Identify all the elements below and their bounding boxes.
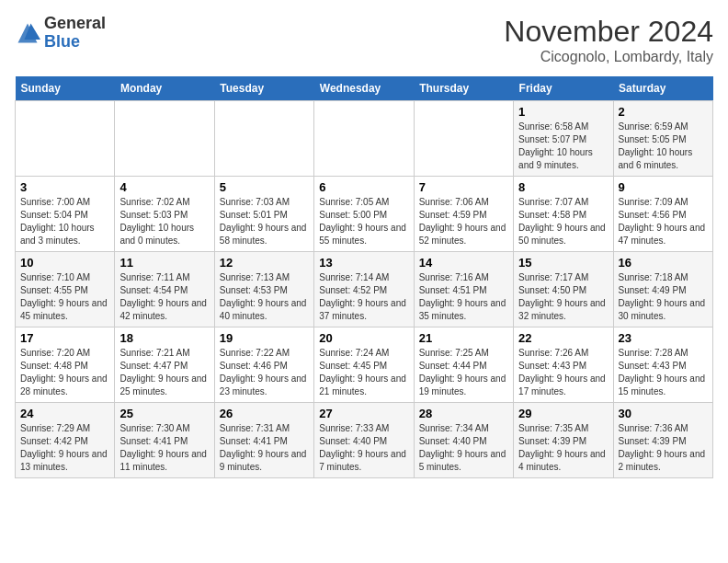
logo-blue: Blue <box>44 32 80 51</box>
weekday-header: Wednesday <box>314 76 414 101</box>
day-info: Sunrise: 7:35 AM Sunset: 4:39 PM Dayligh… <box>518 422 608 474</box>
calendar-table: SundayMondayTuesdayWednesdayThursdayFrid… <box>15 76 713 478</box>
day-number: 1 <box>518 105 608 119</box>
day-info: Sunrise: 7:30 AM Sunset: 4:41 PM Dayligh… <box>119 422 209 474</box>
day-info: Sunrise: 7:34 AM Sunset: 4:40 PM Dayligh… <box>419 422 508 474</box>
day-info: Sunrise: 7:29 AM Sunset: 4:42 PM Dayligh… <box>20 422 109 474</box>
logo-general: General <box>44 14 106 32</box>
calendar-cell: 29Sunrise: 7:35 AM Sunset: 4:39 PM Dayli… <box>514 403 613 478</box>
day-number: 30 <box>619 407 708 420</box>
day-number: 19 <box>220 331 309 345</box>
calendar-cell: 10Sunrise: 7:10 AM Sunset: 4:55 PM Dayli… <box>16 252 115 327</box>
calendar-cell: 4Sunrise: 7:02 AM Sunset: 5:03 PM Daylig… <box>115 177 214 252</box>
calendar-cell: 20Sunrise: 7:24 AM Sunset: 4:45 PM Dayli… <box>314 327 414 403</box>
calendar-cell: 8Sunrise: 7:07 AM Sunset: 4:58 PM Daylig… <box>514 177 613 252</box>
day-info: Sunrise: 7:11 AM Sunset: 4:54 PM Dayligh… <box>119 271 209 323</box>
calendar-cell: 25Sunrise: 7:30 AM Sunset: 4:41 PM Dayli… <box>115 403 214 478</box>
calendar-cell <box>115 101 214 177</box>
day-number: 23 <box>619 331 708 345</box>
calendar-cell: 23Sunrise: 7:28 AM Sunset: 4:43 PM Dayli… <box>613 327 712 403</box>
calendar-cell: 30Sunrise: 7:36 AM Sunset: 4:39 PM Dayli… <box>613 403 712 478</box>
calendar-cell: 3Sunrise: 7:00 AM Sunset: 5:04 PM Daylig… <box>16 177 115 252</box>
day-number: 11 <box>119 256 209 270</box>
logo-icon <box>15 20 40 46</box>
calendar-cell: 16Sunrise: 7:18 AM Sunset: 4:49 PM Dayli… <box>613 252 712 327</box>
day-info: Sunrise: 7:26 AM Sunset: 4:43 PM Dayligh… <box>518 347 608 398</box>
day-number: 3 <box>20 180 109 194</box>
day-info: Sunrise: 7:22 AM Sunset: 4:46 PM Dayligh… <box>220 347 309 398</box>
day-info: Sunrise: 7:16 AM Sunset: 4:51 PM Dayligh… <box>419 271 508 323</box>
day-info: Sunrise: 7:28 AM Sunset: 4:43 PM Dayligh… <box>619 347 708 398</box>
day-number: 25 <box>119 407 209 420</box>
day-number: 9 <box>619 180 708 194</box>
weekday-header: Thursday <box>414 76 513 101</box>
day-number: 22 <box>518 331 608 345</box>
calendar-cell: 15Sunrise: 7:17 AM Sunset: 4:50 PM Dayli… <box>514 252 613 327</box>
calendar-cell: 17Sunrise: 7:20 AM Sunset: 4:48 PM Dayli… <box>16 327 115 403</box>
calendar-week-row: 3Sunrise: 7:00 AM Sunset: 5:04 PM Daylig… <box>16 177 713 252</box>
day-info: Sunrise: 7:07 AM Sunset: 4:58 PM Dayligh… <box>518 196 608 247</box>
calendar-cell <box>414 101 513 177</box>
month-title: November 2024 <box>504 15 713 49</box>
day-info: Sunrise: 7:25 AM Sunset: 4:44 PM Dayligh… <box>419 347 508 398</box>
location-title: Cicognolo, Lombardy, Italy <box>504 49 713 65</box>
day-info: Sunrise: 7:17 AM Sunset: 4:50 PM Dayligh… <box>518 271 608 323</box>
calendar-week-row: 24Sunrise: 7:29 AM Sunset: 4:42 PM Dayli… <box>16 403 713 478</box>
day-info: Sunrise: 7:03 AM Sunset: 5:01 PM Dayligh… <box>220 196 309 247</box>
calendar-cell <box>314 101 414 177</box>
weekday-header: Sunday <box>16 76 115 101</box>
day-info: Sunrise: 7:02 AM Sunset: 5:03 PM Dayligh… <box>119 196 209 247</box>
page-header: General Blue November 2024 Cicognolo, Lo… <box>15 15 713 65</box>
day-info: Sunrise: 6:58 AM Sunset: 5:07 PM Dayligh… <box>518 121 608 172</box>
calendar-week-row: 1Sunrise: 6:58 AM Sunset: 5:07 PM Daylig… <box>16 101 713 177</box>
calendar-cell: 26Sunrise: 7:31 AM Sunset: 4:41 PM Dayli… <box>214 403 313 478</box>
calendar-cell: 22Sunrise: 7:26 AM Sunset: 4:43 PM Dayli… <box>514 327 613 403</box>
day-info: Sunrise: 7:20 AM Sunset: 4:48 PM Dayligh… <box>20 347 109 398</box>
calendar-cell: 7Sunrise: 7:06 AM Sunset: 4:59 PM Daylig… <box>414 177 513 252</box>
calendar-cell <box>16 101 115 177</box>
calendar-cell: 11Sunrise: 7:11 AM Sunset: 4:54 PM Dayli… <box>115 252 214 327</box>
day-number: 6 <box>319 180 408 194</box>
day-number: 13 <box>319 256 408 270</box>
day-number: 21 <box>419 331 508 345</box>
day-info: Sunrise: 7:05 AM Sunset: 5:00 PM Dayligh… <box>319 196 408 247</box>
calendar-cell <box>214 101 313 177</box>
weekday-header: Monday <box>115 76 214 101</box>
calendar-cell: 24Sunrise: 7:29 AM Sunset: 4:42 PM Dayli… <box>16 403 115 478</box>
day-number: 4 <box>119 180 209 194</box>
calendar-cell: 9Sunrise: 7:09 AM Sunset: 4:56 PM Daylig… <box>613 177 712 252</box>
day-number: 15 <box>518 256 608 270</box>
day-info: Sunrise: 7:21 AM Sunset: 4:47 PM Dayligh… <box>119 347 209 398</box>
day-number: 8 <box>518 180 608 194</box>
day-info: Sunrise: 7:31 AM Sunset: 4:41 PM Dayligh… <box>220 422 309 474</box>
calendar-cell: 12Sunrise: 7:13 AM Sunset: 4:53 PM Dayli… <box>214 252 313 327</box>
day-info: Sunrise: 7:36 AM Sunset: 4:39 PM Dayligh… <box>619 422 708 474</box>
day-info: Sunrise: 7:10 AM Sunset: 4:55 PM Dayligh… <box>20 271 109 323</box>
calendar-cell: 2Sunrise: 6:59 AM Sunset: 5:05 PM Daylig… <box>613 101 712 177</box>
calendar-week-row: 17Sunrise: 7:20 AM Sunset: 4:48 PM Dayli… <box>16 327 713 403</box>
calendar-cell: 18Sunrise: 7:21 AM Sunset: 4:47 PM Dayli… <box>115 327 214 403</box>
day-number: 20 <box>319 331 408 345</box>
weekday-header: Friday <box>514 76 613 101</box>
day-number: 17 <box>20 331 109 345</box>
calendar-cell: 21Sunrise: 7:25 AM Sunset: 4:44 PM Dayli… <box>414 327 513 403</box>
calendar-cell: 28Sunrise: 7:34 AM Sunset: 4:40 PM Dayli… <box>414 403 513 478</box>
day-info: Sunrise: 7:13 AM Sunset: 4:53 PM Dayligh… <box>220 271 309 323</box>
day-info: Sunrise: 7:24 AM Sunset: 4:45 PM Dayligh… <box>319 347 408 398</box>
calendar-cell: 14Sunrise: 7:16 AM Sunset: 4:51 PM Dayli… <box>414 252 513 327</box>
calendar-cell: 5Sunrise: 7:03 AM Sunset: 5:01 PM Daylig… <box>214 177 313 252</box>
day-info: Sunrise: 7:14 AM Sunset: 4:52 PM Dayligh… <box>319 271 408 323</box>
day-number: 5 <box>220 180 309 194</box>
day-number: 7 <box>419 180 508 194</box>
weekday-header-row: SundayMondayTuesdayWednesdayThursdayFrid… <box>16 76 713 101</box>
day-number: 26 <box>220 407 309 420</box>
calendar-cell: 6Sunrise: 7:05 AM Sunset: 5:00 PM Daylig… <box>314 177 414 252</box>
calendar-cell: 13Sunrise: 7:14 AM Sunset: 4:52 PM Dayli… <box>314 252 414 327</box>
day-number: 12 <box>220 256 309 270</box>
day-info: Sunrise: 7:33 AM Sunset: 4:40 PM Dayligh… <box>319 422 408 474</box>
day-number: 27 <box>319 407 408 420</box>
day-number: 2 <box>619 105 708 119</box>
calendar-cell: 1Sunrise: 6:58 AM Sunset: 5:07 PM Daylig… <box>514 101 613 177</box>
calendar-week-row: 10Sunrise: 7:10 AM Sunset: 4:55 PM Dayli… <box>16 252 713 327</box>
day-number: 14 <box>419 256 508 270</box>
